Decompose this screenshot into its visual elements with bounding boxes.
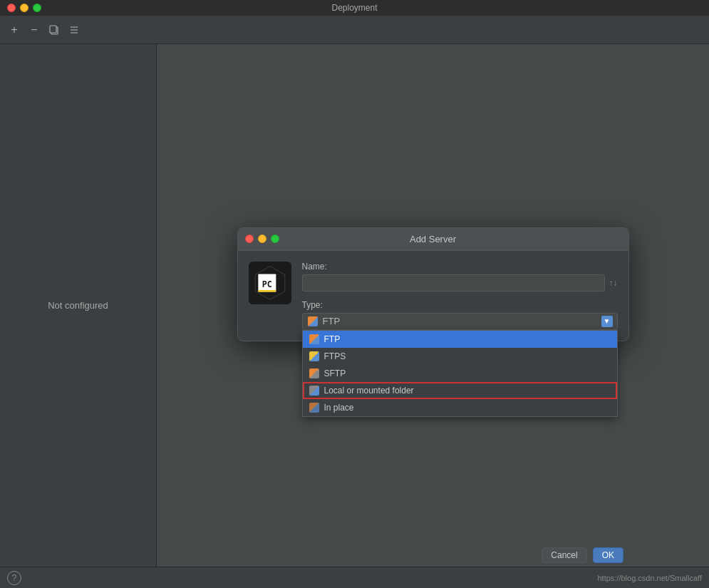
status-bar: ? Cancel OK https://blog.csdn.net/Smallc… xyxy=(0,567,709,588)
svg-text:PC: PC xyxy=(262,279,271,289)
status-bar-left: ? xyxy=(7,571,21,585)
dropdown-item-ftp[interactable]: FTP xyxy=(303,331,617,348)
dialog-minimize-button[interactable] xyxy=(258,234,266,243)
maximize-button[interactable] xyxy=(33,4,41,12)
content-area: Add Server PC xyxy=(157,44,709,567)
modal-overlay: Add Server PC xyxy=(157,44,709,567)
sort-icon: ↑↓ xyxy=(609,278,618,288)
copy-server-button[interactable] xyxy=(46,21,63,38)
sftp-label: SFTP xyxy=(324,368,346,378)
sort-server-button[interactable] xyxy=(66,21,83,38)
help-button[interactable]: ? xyxy=(7,571,21,585)
main-area: Not configured Add Server xyxy=(0,44,709,567)
pycharm-logo: PC xyxy=(249,262,291,304)
title-bar: Deployment xyxy=(0,0,709,16)
svg-rect-1 xyxy=(50,26,56,33)
svg-rect-8 xyxy=(258,290,276,292)
dialog-close-button[interactable] xyxy=(245,234,254,243)
type-label: Type: xyxy=(302,300,618,310)
window-title: Deployment xyxy=(331,3,377,13)
dropdown-item-inplace[interactable]: In place xyxy=(303,399,617,416)
ftp-icon-selected xyxy=(307,316,319,327)
dialog-title: Add Server xyxy=(410,234,456,244)
type-dropdown-container: FTP ▼ FTP xyxy=(302,313,618,330)
ftp-label: FTP xyxy=(324,334,341,344)
selected-type-label: FTP xyxy=(323,316,341,326)
local-icon xyxy=(309,385,320,396)
minimize-button[interactable] xyxy=(20,4,29,12)
local-label: Local or mounted folder xyxy=(324,386,414,396)
type-dropdown-selected[interactable]: FTP ▼ xyxy=(302,313,618,330)
inplace-icon xyxy=(309,402,320,413)
dropdown-item-sftp[interactable]: SFTP xyxy=(303,365,617,382)
dialog-body: PC Name: ↑↓ Type: xyxy=(238,251,628,341)
not-configured-label: Not configured xyxy=(48,300,108,311)
close-button[interactable] xyxy=(7,4,16,12)
watermark: https://blog.csdn.net/Smallcaff xyxy=(597,574,702,582)
sftp-icon xyxy=(309,368,320,379)
cancel-button[interactable]: Cancel xyxy=(542,547,586,563)
ftps-icon xyxy=(309,351,320,362)
name-input[interactable] xyxy=(302,274,605,292)
name-label: Name: xyxy=(302,262,618,272)
inplace-label: In place xyxy=(324,403,354,413)
remove-server-button[interactable]: − xyxy=(26,21,43,38)
dialog-form: Name: ↑↓ Type: xyxy=(302,262,618,330)
dialog-traffic-lights xyxy=(245,234,279,243)
add-server-dialog: Add Server PC xyxy=(237,227,629,341)
dropdown-item-ftps[interactable]: FTPS xyxy=(303,348,617,365)
add-server-button[interactable]: + xyxy=(6,21,23,38)
ftp-icon xyxy=(309,334,320,345)
ftps-label: FTPS xyxy=(324,351,346,361)
traffic-lights xyxy=(7,4,41,12)
name-input-row: ↑↓ xyxy=(302,274,618,292)
toolbar: + − xyxy=(0,16,709,44)
dropdown-item-local[interactable]: Local or mounted folder xyxy=(303,382,617,399)
dropdown-selected-content: FTP xyxy=(307,316,341,327)
dropdown-arrow-icon: ▼ xyxy=(601,316,613,327)
dialog-title-bar: Add Server xyxy=(238,228,628,251)
type-dropdown-list: FTP FTPS xyxy=(302,330,618,417)
dialog-maximize-button[interactable] xyxy=(271,234,279,243)
ok-button[interactable]: OK xyxy=(593,547,623,563)
sidebar: Not configured xyxy=(0,44,157,567)
